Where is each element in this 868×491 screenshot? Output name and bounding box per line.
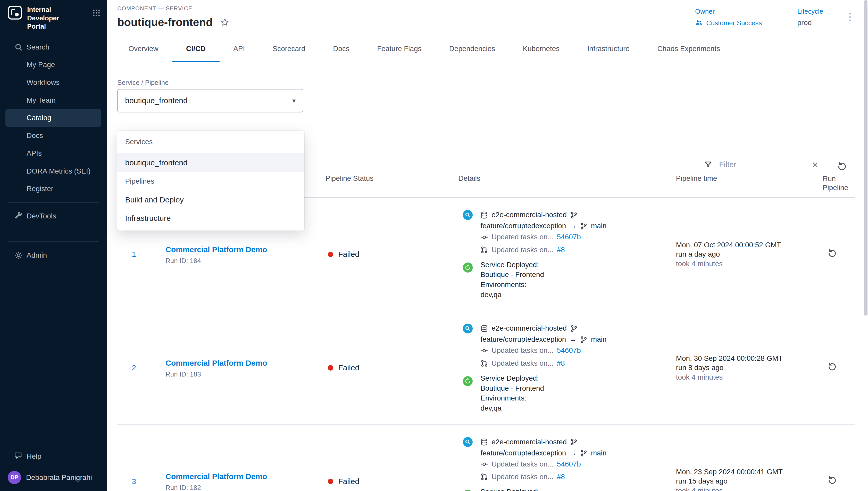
run-duration: took 4 minutes bbox=[676, 486, 823, 491]
owner-link[interactable]: Customer Success bbox=[695, 19, 762, 28]
sidebar-item-label: Docs bbox=[27, 132, 43, 140]
search-icon bbox=[14, 43, 23, 51]
tab-overview[interactable]: Overview bbox=[115, 35, 173, 62]
rerun-pipeline-button[interactable] bbox=[828, 475, 837, 485]
run-sequence[interactable]: 1 bbox=[117, 250, 165, 259]
sidebar-item-apis[interactable]: APIs bbox=[0, 145, 107, 163]
sidebar-item-label: Workflows bbox=[27, 78, 60, 87]
tab-chaos-experiments[interactable]: Chaos Experiments bbox=[644, 35, 734, 62]
run-id: Run ID: 184 bbox=[165, 257, 326, 265]
filter-box bbox=[704, 160, 818, 173]
sidebar-item-docs[interactable]: Docs bbox=[0, 127, 107, 145]
vertical-scrollbar[interactable] bbox=[864, 0, 867, 316]
sidebar: Internal Developer Portal Search My Page… bbox=[0, 0, 107, 491]
sidebar-item-catalog[interactable]: Catalog bbox=[5, 109, 101, 127]
sidebar-item-label: Search bbox=[27, 43, 49, 51]
dropdown-option-infrastructure[interactable]: Infrastructure bbox=[117, 209, 304, 227]
sidebar-item-my-team[interactable]: My Team bbox=[0, 91, 107, 109]
pr-message: Updated tasks on... bbox=[492, 244, 553, 256]
status-label: Failed bbox=[338, 477, 359, 486]
commit-sha-link[interactable]: 54607b bbox=[557, 345, 581, 356]
tab-kubernetes[interactable]: Kubernetes bbox=[509, 35, 574, 62]
help-button[interactable]: Help bbox=[0, 448, 107, 465]
entity-tabs: Overview CI/CD API Scorecard Docs Featur… bbox=[107, 35, 868, 62]
commit-icon bbox=[480, 233, 488, 241]
rerun-pipeline-button[interactable] bbox=[828, 362, 837, 372]
sidebar-item-label: Register bbox=[27, 185, 53, 193]
dropdown-option-build-and-deploy[interactable]: Build and Deploy bbox=[117, 191, 304, 209]
pr-number-link[interactable]: #8 bbox=[557, 358, 565, 369]
lifecycle-value: prod bbox=[797, 19, 823, 27]
table-row: 3 Commercial Platform Demo Run ID: 182 F… bbox=[117, 425, 855, 491]
tab-cicd[interactable]: CI/CD bbox=[172, 35, 219, 62]
tab-api[interactable]: API bbox=[220, 35, 259, 62]
branch-icon bbox=[580, 449, 588, 457]
branch-to: main bbox=[591, 448, 607, 459]
service-pipeline-dropdown: Services boutique_frontend Pipelines Bui… bbox=[117, 131, 304, 230]
cicd-content: Service / Pipeline boutique_frontend ▾ S… bbox=[107, 79, 868, 491]
kebab-menu-icon[interactable]: ⋮ bbox=[845, 12, 855, 22]
app-title: Internal Developer Portal bbox=[27, 5, 77, 30]
owner-label[interactable]: Owner bbox=[695, 8, 762, 15]
lifecycle-label[interactable]: Lifecycle bbox=[797, 8, 823, 15]
owner-block: Owner Customer Success bbox=[695, 8, 762, 28]
gear-icon bbox=[14, 251, 23, 259]
tab-docs[interactable]: Docs bbox=[319, 35, 363, 62]
pipeline-name-link[interactable]: Commercial Platform Demo bbox=[165, 472, 267, 481]
repository-icon bbox=[480, 438, 488, 446]
cd-stage-icon bbox=[463, 376, 473, 386]
repo-name: e2e-commercial-hosted bbox=[492, 209, 567, 221]
sidebar-menu: Search My Page Workflows My Team Catalog… bbox=[0, 38, 107, 264]
ci-stage-icon bbox=[463, 210, 473, 220]
tab-scorecard[interactable]: Scorecard bbox=[259, 35, 319, 62]
dropdown-group-pipelines: Pipelines bbox=[117, 172, 304, 191]
tab-feature-flags[interactable]: Feature Flags bbox=[363, 35, 436, 62]
refresh-table-button[interactable] bbox=[837, 162, 847, 172]
clear-filter-icon[interactable] bbox=[812, 162, 818, 168]
run-duration: took 4 minutes bbox=[676, 259, 823, 269]
branch-to: main bbox=[591, 334, 607, 345]
commit-message: Updated tasks on... bbox=[492, 345, 553, 356]
cd-stage-icon bbox=[463, 490, 473, 491]
pr-message: Updated tasks on... bbox=[492, 471, 553, 483]
sidebar-item-search[interactable]: Search bbox=[0, 38, 107, 56]
rerun-pipeline-button[interactable] bbox=[828, 249, 837, 258]
sidebar-divider bbox=[8, 241, 99, 242]
pipeline-name-link[interactable]: Commercial Platform Demo bbox=[165, 245, 267, 254]
run-sequence[interactable]: 3 bbox=[117, 477, 165, 486]
branch-icon bbox=[570, 211, 578, 219]
commit-sha-link[interactable]: 54607b bbox=[557, 232, 581, 243]
pr-number-link[interactable]: #8 bbox=[557, 471, 565, 483]
col-details: Details bbox=[459, 174, 676, 192]
user-menu[interactable]: DP Debabrata Panigrahi bbox=[0, 465, 107, 484]
filter-funnel-icon bbox=[704, 161, 712, 169]
dropdown-option-boutique-frontend[interactable]: boutique_frontend bbox=[117, 153, 304, 172]
status-label: Failed bbox=[338, 363, 359, 372]
tab-infrastructure[interactable]: Infrastructure bbox=[574, 35, 644, 62]
cd-detail: dev,qa bbox=[480, 403, 544, 413]
apps-grid-icon[interactable] bbox=[93, 9, 100, 19]
branch-icon bbox=[580, 222, 588, 230]
repo-name: e2e-commercial-hosted bbox=[492, 323, 567, 334]
commit-sha-link[interactable]: 54607b bbox=[557, 459, 581, 470]
brand-header: Internal Developer Portal bbox=[0, 0, 107, 30]
sidebar-item-admin[interactable]: Admin bbox=[0, 247, 107, 264]
sidebar-item-devtools[interactable]: DevTools bbox=[0, 207, 107, 225]
tab-dependencies[interactable]: Dependencies bbox=[435, 35, 509, 62]
sidebar-item-workflows[interactable]: Workflows bbox=[0, 74, 107, 91]
sidebar-item-dora-metrics[interactable]: DORA Metrics (SEI) bbox=[0, 162, 107, 180]
pr-number-link[interactable]: #8 bbox=[557, 244, 565, 256]
pipeline-name-link[interactable]: Commercial Platform Demo bbox=[165, 359, 267, 368]
run-ago: run 15 days ago bbox=[676, 476, 823, 486]
sidebar-item-register[interactable]: Register bbox=[0, 180, 107, 198]
branch-icon bbox=[570, 438, 578, 446]
cd-detail: Environments: bbox=[480, 393, 544, 403]
service-pipeline-select[interactable]: boutique_frontend ▾ bbox=[117, 89, 303, 112]
favorite-star-icon[interactable] bbox=[220, 18, 229, 27]
col-pipeline-time: Pipeline time bbox=[676, 174, 823, 192]
sidebar-spacer bbox=[0, 225, 107, 237]
filter-input[interactable] bbox=[718, 160, 807, 169]
run-sequence[interactable]: 2 bbox=[117, 363, 165, 372]
branch-from: feature/corruptedexception bbox=[480, 448, 566, 459]
sidebar-item-my-page[interactable]: My Page bbox=[0, 56, 107, 74]
